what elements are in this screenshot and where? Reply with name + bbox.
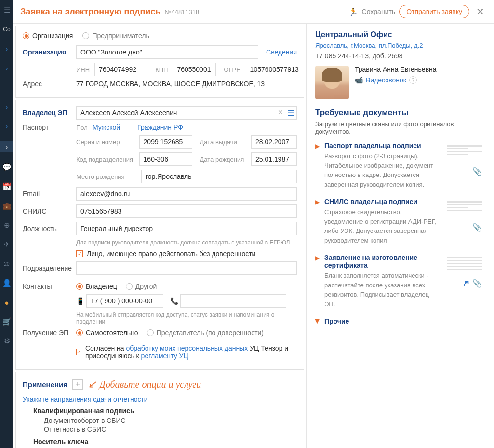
rights-checkbox[interactable]: ✓Лицо, имеющее право действовать без дов… — [76, 250, 255, 258]
org-details-link[interactable]: Сведения — [266, 48, 297, 56]
submit-button[interactable]: Отправить заявку — [399, 5, 469, 18]
email-input[interactable] — [76, 187, 297, 201]
chevron-icon: ▶ — [315, 254, 320, 309]
nav-item[interactable]: › — [2, 44, 11, 53]
attach-icon[interactable]: 📎 — [472, 279, 482, 288]
nav-item[interactable]: › — [2, 102, 11, 111]
citizen-link[interactable]: Гражданин РФ — [137, 123, 183, 131]
nav-cart-icon[interactable]: 🛒 — [2, 317, 11, 326]
radio-contact-owner[interactable]: Владелец — [76, 283, 117, 290]
birthplace-label: Место рождения — [76, 173, 136, 180]
avatar — [315, 66, 349, 99]
serial-input[interactable] — [139, 135, 192, 149]
left-nav: ☰ Co › › › › › 💬 📅 💼 ⊕ ✈ 20 👤 ● 🛒 ⚙ — [0, 0, 13, 448]
close-icon[interactable]: ✕ — [473, 6, 487, 17]
position-input[interactable] — [76, 222, 297, 235]
doc-thumb[interactable]: 📎 — [444, 142, 485, 178]
birth-input[interactable] — [251, 152, 297, 166]
deptcode-input[interactable] — [139, 152, 192, 166]
running-icon: 🏃 — [348, 7, 358, 16]
doc-passport[interactable]: ▶ Паспорт владельца подписи Разворот с ф… — [315, 142, 485, 189]
attach-icon[interactable]: 📎 — [472, 223, 482, 232]
inn-label: ИНН — [76, 66, 90, 73]
org-label: Организация — [23, 48, 73, 56]
sex-value[interactable]: Мужской — [93, 123, 120, 131]
doc-snils[interactable]: ▶ СНИЛС владельца подписи Страховое свид… — [315, 198, 485, 245]
sex-label: Пол — [76, 124, 88, 131]
form-panel: Организация Предприниматель Организация … — [13, 24, 306, 448]
doc-thumb[interactable]: 📎 — [444, 198, 485, 234]
nav-misc-icon[interactable]: ⚙ — [2, 337, 11, 345]
radio-receive-self[interactable]: Самостоятельно — [76, 329, 138, 337]
doc-statement[interactable]: ▶ Заявление на изготовление сертификата … — [315, 254, 485, 309]
request-number: №44811318 — [164, 8, 199, 15]
snils-input[interactable] — [76, 204, 297, 218]
org-name-input[interactable] — [76, 45, 258, 59]
ogrn-input[interactable] — [246, 63, 306, 76]
birthplace-input[interactable] — [141, 170, 297, 183]
nav-avatar-icon[interactable]: 👤 — [2, 279, 11, 287]
doc-other[interactable]: ▶ Прочие — [315, 317, 485, 325]
chevron-icon: ▶ — [315, 198, 320, 245]
nav-dot-icon[interactable]: ● — [2, 298, 11, 307]
office-address[interactable]: Ярославль, г.Москва, пл.Победы, д.2 — [315, 42, 485, 49]
owner-name-input[interactable] — [76, 106, 297, 120]
kpp-label: КПП — [155, 66, 168, 73]
nav-item[interactable]: › — [2, 64, 11, 72]
kpp-input[interactable] — [173, 63, 216, 76]
attach-icon[interactable]: 📎 — [472, 167, 482, 176]
consent-link-2[interactable]: регламенту УЦ — [141, 352, 188, 360]
passport-label: Паспорт — [23, 123, 73, 131]
list-icon[interactable]: ☰ — [287, 109, 294, 118]
page-title: Заявка на электронную подпись — [20, 7, 160, 17]
owner-label: Владелец ЭП — [23, 109, 73, 117]
serial-label: Серия и номер — [76, 138, 134, 146]
address-value: 77 ГОРОД МОСКВА, МОСКВА, ШОССЕ ДМИТРОВСК… — [76, 80, 265, 88]
save-button[interactable]: Сохранить — [362, 8, 396, 15]
help-icon[interactable]: ? — [409, 76, 417, 84]
nav-calendar-icon[interactable]: 📅 — [2, 182, 11, 191]
hint-arrow: ↙Добавьте опции и услуги — [88, 378, 201, 391]
nav-menu-icon[interactable]: ☰ — [2, 6, 11, 14]
app-item: Документооборот в СБИС — [23, 417, 297, 424]
nav-co[interactable]: Co — [2, 25, 11, 34]
nav-item[interactable] — [2, 83, 11, 92]
nav-briefcase-icon[interactable]: 💼 — [2, 202, 11, 210]
radio-receive-rep[interactable]: Представитель (по доверенности) — [147, 329, 264, 337]
consent-link-1[interactable]: обработку моих персональных данных — [126, 344, 248, 352]
app-group-2: Носитель ключа — [23, 438, 297, 446]
email-label: Email — [23, 190, 73, 198]
header: Заявка на электронную подпись №44811318 … — [13, 0, 494, 24]
phone2-input[interactable] — [180, 294, 286, 308]
radio-contact-other[interactable]: Другой — [126, 283, 157, 290]
phone-input[interactable] — [86, 294, 163, 308]
radio-organization[interactable]: Организация — [23, 32, 73, 40]
nav-add-icon[interactable]: ⊕ — [2, 221, 11, 230]
sidebar: Центральный Офис Ярославль, г.Москва, пл… — [306, 24, 494, 448]
clear-icon[interactable]: ✕ — [278, 109, 283, 116]
issue-input[interactable] — [251, 135, 297, 149]
nav-item-active[interactable]: › — [0, 141, 13, 152]
nav-date-icon[interactable]: 20 — [2, 259, 11, 268]
nav-send-icon[interactable]: ✈ — [2, 240, 11, 249]
nav-chat-icon[interactable]: 💬 — [2, 163, 11, 172]
office-phone: +7 085 244-14-13, доб. 2698 — [315, 52, 485, 60]
department-input[interactable] — [76, 261, 297, 275]
add-app-button[interactable]: + — [72, 379, 83, 390]
directions-link[interactable]: Укажите направления сдачи отчетности — [23, 395, 297, 403]
inn-input[interactable] — [94, 63, 147, 76]
radio-entrepreneur[interactable]: Предприниматель — [82, 32, 149, 40]
phone-icon: 📞 — [170, 297, 178, 305]
consent-text: Согласен на обработку моих персональных … — [85, 344, 297, 360]
app-item: Отчетность в СБИС — [23, 425, 297, 433]
consent-checkbox[interactable]: ✓ Согласен на обработку моих персональны… — [76, 344, 297, 360]
address-label: Адрес — [23, 80, 73, 88]
phone-hint: На мобильный отправляется код доступа, с… — [76, 312, 297, 325]
doc-thumb[interactable]: 🖶 📎 — [444, 254, 485, 290]
print-icon[interactable]: 🖶 — [463, 280, 470, 288]
video-call-link[interactable]: 📹 Видеозвонок ? — [355, 76, 437, 84]
person-name: Травина Анна Евгеньевна — [355, 66, 437, 73]
doc-desc: Разворот с фото (2-3 страницы). Читабель… — [324, 151, 439, 189]
office-title: Центральный Офис — [315, 30, 485, 39]
nav-item[interactable]: › — [2, 122, 11, 130]
